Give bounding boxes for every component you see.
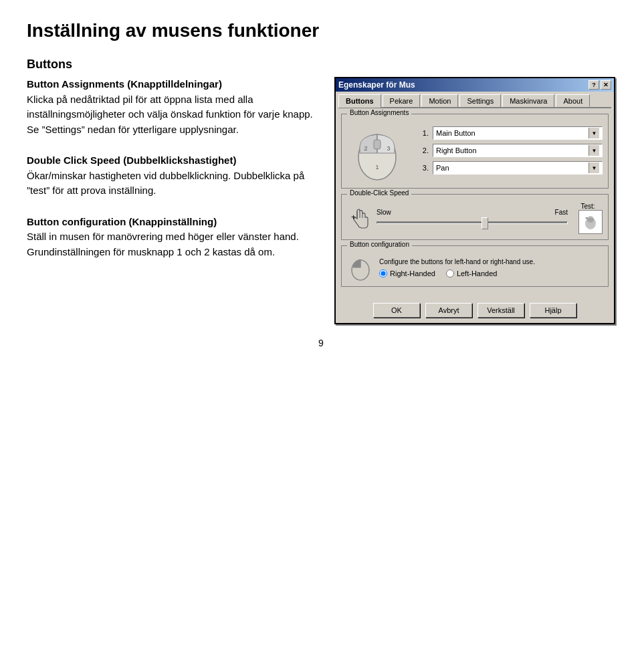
- page-number: 9: [27, 338, 615, 348]
- titlebar-text: Egenskaper för Mus: [338, 80, 415, 90]
- assignment-3-label: 3.: [415, 164, 429, 172]
- button-config-desc: Configure the buttons for left-hand or r…: [379, 258, 603, 277]
- button-assignments-heading: Button Assignments (Knapptilldelningar): [27, 78, 222, 90]
- titlebar: Egenskaper för Mus ? ✕: [336, 78, 614, 92]
- tab-content: Button Assignments: [336, 108, 614, 298]
- assignment-row-1: 1. Main Button ▼: [415, 126, 603, 140]
- assignment-3-arrow: ▼: [588, 162, 599, 173]
- ok-button[interactable]: OK: [373, 303, 420, 318]
- close-titlebar-btn[interactable]: ✕: [601, 80, 611, 90]
- assignment-row-3: 3. Pan ▼: [415, 161, 603, 175]
- help-titlebar-btn[interactable]: ?: [588, 80, 599, 90]
- double-click-text: Ökar/minskar hastigheten vid dubbelklick…: [27, 169, 314, 199]
- right-handed-option[interactable]: Right-Handed: [379, 269, 435, 277]
- double-click-legend: Double-Click Speed: [347, 189, 411, 197]
- page-title: Inställning av musens funktioner: [27, 20, 615, 41]
- assignment-1-dropdown[interactable]: Main Button ▼: [433, 126, 603, 140]
- double-click-heading: Double Click Speed (Dubbelklickshastighe…: [27, 154, 236, 166]
- tab-maskinvara[interactable]: Maskinvara: [502, 94, 554, 107]
- hand-cursor-icon: +: [347, 207, 371, 231]
- svg-text:1: 1: [375, 164, 379, 171]
- double-click-slider[interactable]: [377, 221, 568, 224]
- double-click-group: Double-Click Speed +: [341, 194, 609, 240]
- mouse-silhouette-icon: [347, 254, 374, 281]
- test-bird-icon: [581, 213, 600, 231]
- test-box[interactable]: [578, 210, 603, 234]
- slow-label: Slow: [377, 209, 391, 216]
- svg-point-11: [587, 216, 594, 223]
- buttons-heading: Buttons: [27, 58, 615, 72]
- tab-pekare[interactable]: Pekare: [383, 94, 421, 107]
- button-assignments-group: Button Assignments: [341, 114, 609, 189]
- double-click-section: + Slow Fast: [347, 203, 603, 234]
- assignment-row-2: 2. Right Button ▼: [415, 144, 603, 157]
- tab-about[interactable]: About: [556, 94, 590, 107]
- right-handed-radio[interactable]: [379, 269, 387, 277]
- assignment-3-value: Pan: [436, 164, 588, 172]
- svg-rect-2: [374, 140, 381, 149]
- assignments-list: 1. Main Button ▼ 2. Right Butto: [415, 126, 603, 179]
- button-assignments-legend: Button Assignments: [347, 109, 411, 116]
- dialog-buttons-row: OK Avbryt Verkställ Hjälp: [336, 298, 614, 323]
- assignment-1-arrow: ▼: [588, 128, 599, 138]
- left-handed-option[interactable]: Left-Handed: [446, 269, 498, 277]
- assignment-1-label: 1.: [415, 129, 429, 137]
- slider-thumb[interactable]: [481, 217, 488, 229]
- apply-button[interactable]: Verkställ: [477, 303, 524, 318]
- left-handed-radio[interactable]: [446, 269, 454, 277]
- cancel-button[interactable]: Avbryt: [425, 303, 472, 318]
- button-config-section: Configure the buttons for left-hand or r…: [347, 254, 603, 281]
- button-config-heading: Button configuration (Knappinställning): [27, 216, 217, 227]
- button-assignments-text: Klicka på nedåtriktad pil för att öppna …: [27, 92, 314, 138]
- test-label: Test:: [580, 203, 595, 210]
- button-config-group: Button configuration Configure the butto…: [341, 245, 609, 287]
- assignment-2-label: 2.: [415, 146, 429, 154]
- svg-text:+: +: [351, 213, 356, 222]
- tab-bar: Buttons Pekare Motion Settings Maskinvar…: [336, 92, 614, 107]
- button-assignments-layout: 2 3 1 1. Main Button ▼: [347, 122, 603, 183]
- svg-text:2: 2: [364, 145, 367, 152]
- assignment-1-value: Main Button: [436, 129, 588, 137]
- svg-text:3: 3: [387, 145, 390, 152]
- slider-labels: Slow Fast: [377, 209, 568, 216]
- windows-dialog: Egenskaper för Mus ? ✕ Buttons Pekare Mo…: [334, 77, 615, 324]
- radio-group: Right-Handed Left-Handed: [379, 269, 603, 277]
- mouse-image: 2 3 1: [347, 122, 407, 183]
- titlebar-buttons: ? ✕: [588, 80, 611, 90]
- tab-settings[interactable]: Settings: [459, 94, 501, 107]
- left-handed-label: Left-Handed: [457, 269, 498, 277]
- tab-motion[interactable]: Motion: [421, 94, 458, 107]
- tab-buttons[interactable]: Buttons: [338, 94, 381, 108]
- right-handed-label: Right-Handed: [390, 269, 435, 277]
- help-button[interactable]: Hjälp: [530, 303, 576, 318]
- fast-label: Fast: [555, 209, 568, 216]
- button-config-text: Ställ in musen för manövrering med höger…: [27, 229, 314, 259]
- assignment-2-arrow: ▼: [588, 145, 599, 156]
- assignment-3-dropdown[interactable]: Pan ▼: [433, 161, 603, 175]
- assignment-2-value: Right Button: [436, 146, 588, 154]
- button-config-legend: Button configuration: [347, 241, 412, 248]
- assignment-2-dropdown[interactable]: Right Button ▼: [433, 144, 603, 157]
- slider-area: Slow Fast: [377, 209, 568, 228]
